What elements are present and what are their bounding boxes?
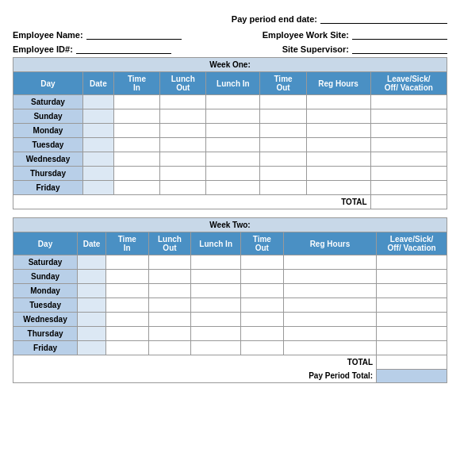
reg-hours-monday-w1[interactable] — [306, 124, 370, 138]
pay-period-total-value[interactable] — [377, 369, 447, 383]
lunch-out-friday-w2[interactable] — [148, 341, 191, 355]
time-out-monday-w1[interactable] — [260, 124, 306, 138]
leave-tuesday-w2[interactable] — [377, 298, 447, 313]
reg-hours-saturday-w1[interactable] — [306, 95, 370, 109]
time-out-sunday-w1[interactable] — [260, 109, 306, 124]
date-wednesday-w1[interactable] — [82, 152, 113, 167]
reg-hours-thursday-w1[interactable] — [306, 167, 370, 181]
reg-hours-sunday-w2[interactable] — [283, 270, 376, 284]
time-out-friday-w2[interactable] — [241, 341, 284, 355]
time-out-monday-w2[interactable] — [241, 284, 284, 298]
time-in-wednesday-w1[interactable] — [113, 152, 159, 167]
time-out-wednesday-w2[interactable] — [241, 313, 284, 327]
time-out-saturday-w1[interactable] — [260, 95, 306, 109]
date-monday-w1[interactable] — [82, 124, 113, 138]
time-out-friday-w1[interactable] — [260, 181, 306, 195]
date-thursday-w1[interactable] — [82, 167, 113, 181]
leave-monday-w1[interactable] — [370, 124, 447, 138]
reg-hours-tuesday-w2[interactable] — [283, 298, 376, 313]
time-in-saturday-w2[interactable] — [105, 255, 148, 270]
lunch-in-friday-w2[interactable] — [191, 341, 241, 355]
time-out-wednesday-w1[interactable] — [260, 152, 306, 167]
reg-hours-wednesday-w2[interactable] — [283, 313, 376, 327]
site-supervisor-value[interactable] — [352, 43, 447, 54]
lunch-out-friday-w1[interactable] — [160, 181, 206, 195]
total-value-w1[interactable] — [370, 195, 447, 209]
reg-hours-sunday-w1[interactable] — [306, 109, 370, 124]
time-out-sunday-w2[interactable] — [241, 270, 284, 284]
leave-thursday-w1[interactable] — [370, 167, 447, 181]
date-wednesday-w2[interactable] — [78, 313, 106, 327]
leave-wednesday-w2[interactable] — [377, 313, 447, 327]
lunch-in-saturday-w1[interactable] — [206, 95, 260, 109]
date-monday-w2[interactable] — [78, 284, 106, 298]
date-sunday-w1[interactable] — [82, 109, 113, 124]
time-out-thursday-w2[interactable] — [241, 327, 284, 341]
employee-name-value[interactable] — [86, 29, 182, 40]
time-in-tuesday-w1[interactable] — [113, 138, 159, 152]
time-in-saturday-w1[interactable] — [113, 95, 159, 109]
lunch-in-tuesday-w2[interactable] — [191, 298, 241, 313]
lunch-out-saturday-w1[interactable] — [160, 95, 206, 109]
lunch-in-monday-w2[interactable] — [191, 284, 241, 298]
time-out-saturday-w2[interactable] — [241, 255, 284, 270]
time-out-tuesday-w2[interactable] — [241, 298, 284, 313]
leave-friday-w2[interactable] — [377, 341, 447, 355]
time-in-monday-w1[interactable] — [113, 124, 159, 138]
lunch-in-saturday-w2[interactable] — [191, 255, 241, 270]
reg-hours-wednesday-w1[interactable] — [306, 152, 370, 167]
date-thursday-w2[interactable] — [78, 327, 106, 341]
date-sunday-w2[interactable] — [78, 270, 106, 284]
lunch-in-thursday-w2[interactable] — [191, 327, 241, 341]
time-in-thursday-w1[interactable] — [113, 167, 159, 181]
total-value-w2[interactable] — [377, 355, 447, 370]
time-in-sunday-w1[interactable] — [113, 109, 159, 124]
reg-hours-friday-w1[interactable] — [306, 181, 370, 195]
leave-saturday-w1[interactable] — [370, 95, 447, 109]
time-in-wednesday-w2[interactable] — [105, 313, 148, 327]
lunch-out-tuesday-w1[interactable] — [160, 138, 206, 152]
lunch-out-thursday-w1[interactable] — [160, 167, 206, 181]
time-in-friday-w2[interactable] — [105, 341, 148, 355]
date-tuesday-w1[interactable] — [82, 138, 113, 152]
leave-monday-w2[interactable] — [377, 284, 447, 298]
lunch-in-wednesday-w1[interactable] — [206, 152, 260, 167]
lunch-in-sunday-w1[interactable] — [206, 109, 260, 124]
date-saturday-w2[interactable] — [78, 255, 106, 270]
time-in-friday-w1[interactable] — [113, 181, 159, 195]
lunch-out-monday-w2[interactable] — [148, 284, 191, 298]
reg-hours-friday-w2[interactable] — [283, 341, 376, 355]
lunch-in-thursday-w1[interactable] — [206, 167, 260, 181]
reg-hours-monday-w2[interactable] — [283, 284, 376, 298]
leave-tuesday-w1[interactable] — [370, 138, 447, 152]
employee-work-site-value[interactable] — [352, 29, 447, 40]
lunch-out-thursday-w2[interactable] — [148, 327, 191, 341]
date-tuesday-w2[interactable] — [78, 298, 106, 313]
leave-sunday-w1[interactable] — [370, 109, 447, 124]
leave-friday-w1[interactable] — [370, 181, 447, 195]
lunch-in-friday-w1[interactable] — [206, 181, 260, 195]
lunch-out-tuesday-w2[interactable] — [148, 298, 191, 313]
lunch-in-sunday-w2[interactable] — [191, 270, 241, 284]
lunch-out-saturday-w2[interactable] — [148, 255, 191, 270]
reg-hours-thursday-w2[interactable] — [283, 327, 376, 341]
reg-hours-tuesday-w1[interactable] — [306, 138, 370, 152]
lunch-out-monday-w1[interactable] — [160, 124, 206, 138]
leave-saturday-w2[interactable] — [377, 255, 447, 270]
leave-wednesday-w1[interactable] — [370, 152, 447, 167]
lunch-out-sunday-w1[interactable] — [160, 109, 206, 124]
time-in-thursday-w2[interactable] — [105, 327, 148, 341]
reg-hours-saturday-w2[interactable] — [283, 255, 376, 270]
date-friday-w1[interactable] — [82, 181, 113, 195]
lunch-in-tuesday-w1[interactable] — [206, 138, 260, 152]
lunch-in-monday-w1[interactable] — [206, 124, 260, 138]
lunch-out-wednesday-w1[interactable] — [160, 152, 206, 167]
time-in-monday-w2[interactable] — [105, 284, 148, 298]
pay-period-value[interactable] — [320, 13, 447, 24]
date-saturday-w1[interactable] — [82, 95, 113, 109]
leave-sunday-w2[interactable] — [377, 270, 447, 284]
time-out-tuesday-w1[interactable] — [260, 138, 306, 152]
lunch-out-sunday-w2[interactable] — [148, 270, 191, 284]
time-out-thursday-w1[interactable] — [260, 167, 306, 181]
employee-id-value[interactable] — [76, 43, 171, 54]
